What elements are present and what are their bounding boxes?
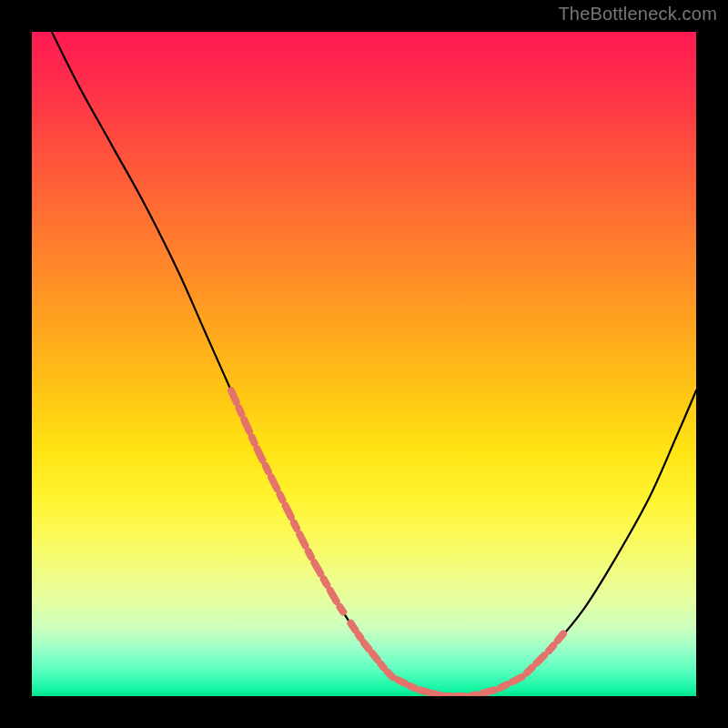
watermark-label: TheBottleneck.com: [558, 4, 717, 25]
bottleneck-curve: [52, 32, 696, 696]
highlight-segment: [350, 623, 477, 696]
highlight-segment: [231, 390, 344, 613]
highlight-segment: [483, 633, 563, 693]
highlight-segments: [231, 390, 563, 696]
plot-area: [32, 32, 696, 696]
curve-layer: [32, 32, 696, 696]
chart-frame: TheBottleneck.com: [0, 0, 728, 728]
